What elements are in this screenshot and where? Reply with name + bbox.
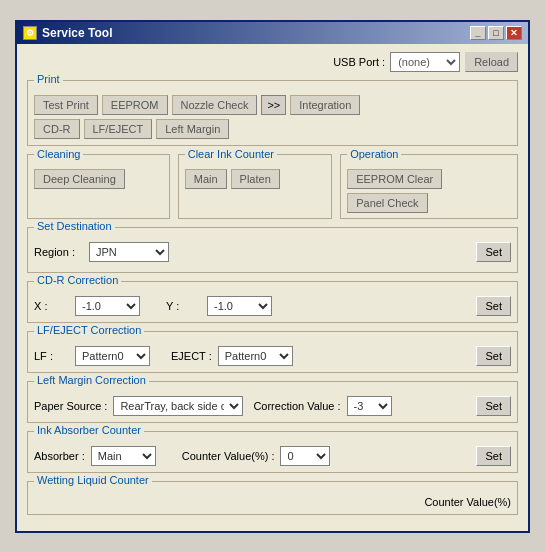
y-label: Y :	[166, 300, 201, 312]
test-print-button[interactable]: Test Print	[34, 95, 98, 115]
paper-source-label: Paper Source :	[34, 400, 107, 412]
operation-buttons: EEPROM Clear Panel Check	[347, 169, 511, 213]
reload-button[interactable]: Reload	[465, 52, 518, 72]
lf-eject-row: LF : Pattern0Pattern1 EJECT : Pattern0Pa…	[34, 346, 511, 366]
region-label: Region :	[34, 246, 84, 258]
x-label: X :	[34, 300, 69, 312]
region-select[interactable]: JPNUSAEUR	[89, 242, 169, 262]
integration-button[interactable]: Integration	[290, 95, 360, 115]
set-destination-button[interactable]: Set	[476, 242, 511, 262]
clear-ink-label: Clear Ink Counter	[185, 148, 277, 160]
cdr-label: CD-R Correction	[34, 274, 121, 286]
eject-select[interactable]: Pattern0Pattern1	[218, 346, 293, 366]
nozzle-check-button[interactable]: Nozzle Check	[172, 95, 258, 115]
clear-ink-section: Clear Ink Counter Main Platen	[178, 154, 332, 219]
correction-label: Correction Value :	[253, 400, 340, 412]
wetting-liquid-row: Counter Value(%)	[34, 496, 511, 508]
lf-eject-section: LF/EJECT Correction LF : Pattern0Pattern…	[27, 331, 518, 373]
wetting-liquid-label: Wetting Liquid Counter	[34, 474, 152, 486]
cdr-set-button[interactable]: Set	[476, 296, 511, 316]
print-row2: CD-R LF/EJECT Left Margin	[34, 119, 511, 139]
usb-port-select[interactable]: (none)	[390, 52, 460, 72]
deep-cleaning-button[interactable]: Deep Cleaning	[34, 169, 125, 189]
wetting-liquid-section: Wetting Liquid Counter Counter Value(%)	[27, 481, 518, 515]
eeprom-button[interactable]: EEPROM	[102, 95, 168, 115]
app-icon: ⚙	[23, 26, 37, 40]
eeprom-clear-button[interactable]: EEPROM Clear	[347, 169, 442, 189]
paper-source-select[interactable]: RearTray, back side of pap	[113, 396, 243, 416]
ink-absorber-set-button[interactable]: Set	[476, 446, 511, 466]
cleaning-section: Cleaning Deep Cleaning	[27, 154, 170, 219]
panel-check-button[interactable]: Panel Check	[347, 193, 427, 213]
y-select[interactable]: -1.00.01.0	[207, 296, 272, 316]
lf-select[interactable]: Pattern0Pattern1	[75, 346, 150, 366]
lf-eject-label: LF/EJECT Correction	[34, 324, 144, 336]
print-section-label: Print	[34, 73, 63, 85]
lf-eject-button[interactable]: LF/EJECT	[84, 119, 153, 139]
arrow-button[interactable]: >>	[261, 95, 286, 115]
titlebar: ⚙ Service Tool _ □ ✕	[17, 22, 528, 44]
minimize-button[interactable]: _	[470, 26, 486, 40]
operation-section: Operation EEPROM Clear Panel Check	[340, 154, 518, 219]
ink-absorber-row: Absorber : MainPlaten Counter Value(%) :…	[34, 446, 511, 466]
close-button[interactable]: ✕	[506, 26, 522, 40]
middle-sections: Cleaning Deep Cleaning Clear Ink Counter…	[27, 154, 518, 219]
window-title: Service Tool	[42, 26, 112, 40]
titlebar-buttons: _ □ ✕	[470, 26, 522, 40]
ink-absorber-section: Ink Absorber Counter Absorber : MainPlat…	[27, 431, 518, 473]
eject-label: EJECT :	[171, 350, 212, 362]
main-window: ⚙ Service Tool _ □ ✕ USB Port : (none) R…	[15, 20, 530, 533]
wetting-counter-label: Counter Value(%)	[424, 496, 511, 508]
correction-select[interactable]: -3-2-10	[347, 396, 392, 416]
counter-value-label: Counter Value(%) :	[182, 450, 275, 462]
main-button[interactable]: Main	[185, 169, 227, 189]
content-area: USB Port : (none) Reload Print Test Prin…	[17, 44, 528, 531]
cd-r-button[interactable]: CD-R	[34, 119, 80, 139]
print-row1: Test Print EEPROM Nozzle Check >> Integr…	[34, 95, 511, 115]
operation-label: Operation	[347, 148, 401, 160]
lf-set-button[interactable]: Set	[476, 346, 511, 366]
counter-value-select[interactable]: 0	[280, 446, 330, 466]
usb-port-label: USB Port :	[333, 56, 385, 68]
print-section: Print Test Print EEPROM Nozzle Check >> …	[27, 80, 518, 146]
titlebar-left: ⚙ Service Tool	[23, 26, 112, 40]
left-margin-set-button[interactable]: Set	[476, 396, 511, 416]
clear-ink-buttons: Main Platen	[185, 169, 325, 189]
absorber-select[interactable]: MainPlaten	[91, 446, 156, 466]
x-select[interactable]: -1.00.01.0	[75, 296, 140, 316]
lf-label: LF :	[34, 350, 69, 362]
restore-button[interactable]: □	[488, 26, 504, 40]
platen-button[interactable]: Platen	[231, 169, 280, 189]
ink-absorber-label: Ink Absorber Counter	[34, 424, 144, 436]
left-margin-row: Paper Source : RearTray, back side of pa…	[34, 396, 511, 416]
left-margin-button[interactable]: Left Margin	[156, 119, 229, 139]
cdr-correction-section: CD-R Correction X : -1.00.01.0 Y : -1.00…	[27, 281, 518, 323]
absorber-label: Absorber :	[34, 450, 85, 462]
usb-port-bar: USB Port : (none) Reload	[27, 52, 518, 72]
cdr-row: X : -1.00.01.0 Y : -1.00.01.0 Set	[34, 296, 511, 316]
set-destination-section: Set Destination Region : JPNUSAEUR Set	[27, 227, 518, 273]
left-margin-section: Left Margin Correction Paper Source : Re…	[27, 381, 518, 423]
left-margin-label: Left Margin Correction	[34, 374, 149, 386]
cleaning-label: Cleaning	[34, 148, 83, 160]
destination-row: Region : JPNUSAEUR Set	[34, 242, 511, 262]
set-destination-label: Set Destination	[34, 220, 115, 232]
